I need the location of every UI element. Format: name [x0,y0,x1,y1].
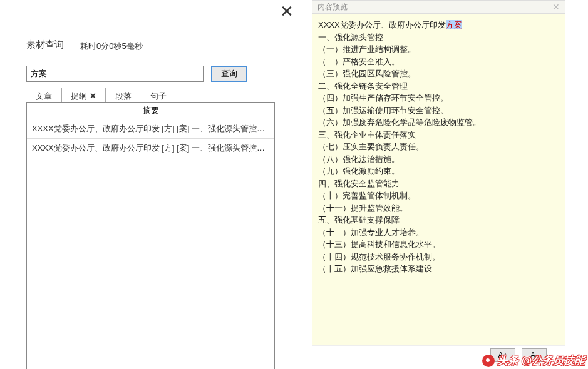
right-panel: 内容预览 ✕ XXXX党委办公厅、政府办公厅印发方案 一、强化源头管控 （一）推… [312,0,565,369]
watermark: 头条 @公务员技能 [482,353,585,368]
preview-line: 三、强化企业主体责任落实 [318,129,559,141]
close-icon[interactable]: ✕ [280,3,294,19]
preview-content: XXXX党委办公厅、政府办公厅印发方案 一、强化源头管控 （一）推进产业结构调整… [312,14,565,345]
search-input[interactable] [26,66,204,82]
table-row[interactable]: XXXX党委办公厅、政府办公厅印发 [方] [案] 一、强化源头管控（一… [27,139,274,158]
results-table: 摘要 XXXX党委办公厅、政府办公厅印发 [方] [案] 一、强化源头管控（一…… [26,102,275,369]
preview-line: （十四）规范技术服务协作机制。 [318,251,559,263]
preview-text: XXXX党委办公厅、政府办公厅印发 [318,20,446,29]
preview-title-bar: 内容预览 ✕ [312,0,565,14]
table-row[interactable]: XXXX党委办公厅、政府办公厅印发 [方] [案] 一、强化源头管控（一… [27,119,274,139]
tab-label: 提纲 [71,91,87,101]
preview-title-line: XXXX党委办公厅、政府办公厅印发方案 [318,19,559,31]
preview-title: 内容预览 [317,2,348,13]
tab-close-icon[interactable]: ✕ [90,91,96,101]
preview-line: （一）推进产业结构调整。 [318,43,559,56]
preview-line: 五、强化基础支撑保障 [318,214,559,226]
preview-line: （八）强化法治措施。 [318,153,559,166]
preview-line: （十五）加强应急救援体系建设 [318,263,559,275]
preview-line: （九）强化激励约束。 [318,165,559,178]
preview-line: （十一）提升监管效能。 [318,202,559,215]
tab-label: 段落 [115,91,132,101]
left-panel: ✕ 素材查询 耗时0分0秒5毫秒 查询 文章 提纲✕ 段落 句子 摘要 XXXX… [0,0,294,369]
preview-line: （三）强化园区风险管控。 [318,68,559,80]
highlight-term: 方案 [446,20,462,29]
tab-label: 句子 [150,91,167,101]
time-info: 耗时0分0秒5毫秒 [80,41,143,52]
preview-line: （二）严格安全准入。 [318,56,559,68]
preview-line: （七）压实主要负责人责任。 [318,141,559,153]
preview-line: （十二）加强专业人才培养。 [318,226,559,239]
tab-label: 文章 [36,91,52,101]
preview-line: 二、强化全链条安全管理 [318,80,559,93]
watermark-text: 头条 @公务员技能 [497,353,585,368]
watermark-icon [482,355,495,367]
preview-close-icon[interactable]: ✕ [552,2,560,12]
query-title: 素材查询 [26,39,64,51]
preview-line: （十）完善监管体制机制。 [318,190,559,202]
preview-line: （五）加强运输使用环节安全管控。 [318,104,559,117]
preview-line: （六）加强废弃危险化学品等危险废物监管。 [318,116,559,129]
preview-line: 四、强化安全监管能力 [318,178,559,190]
preview-line: （十三）提高科技和信息化水平。 [318,238,559,251]
search-row: 查询 [26,66,247,82]
preview-line: 一、强化源头管控 [318,31,559,44]
search-button[interactable]: 查询 [211,66,247,82]
results-body: XXXX党委办公厅、政府办公厅印发 [方] [案] 一、强化源头管控（一… XX… [27,119,274,369]
results-header: 摘要 [27,103,274,119]
preview-line: （四）加强生产储存环节安全管控。 [318,92,559,104]
